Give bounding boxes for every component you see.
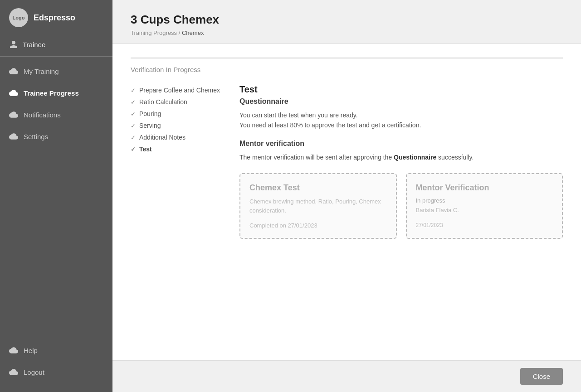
mentor-heading: Mentor verification (239, 140, 563, 148)
user-label: Trainee (23, 41, 45, 48)
sidebar-item-notifications[interactable]: Notifications (0, 104, 112, 126)
check-icon: ✓ (131, 99, 136, 106)
main-nav: My Training Trainee Progress Notificatio… (0, 57, 112, 339)
cloud-icon-settings (9, 132, 18, 141)
sidebar-item-my-training[interactable]: My Training (0, 60, 112, 82)
check-icon: ✓ (131, 122, 136, 129)
two-col-layout: ✓ Prepare Coffee and Chemex ✓ Ratio Calc… (131, 84, 563, 239)
sidebar-item-label-my-training: My Training (24, 68, 59, 75)
cards-row: Chemex Test Chemex brewing method, Ratio… (239, 173, 563, 239)
cloud-icon-my-training (9, 67, 18, 76)
breadcrumb-parent: Training Progress (131, 29, 177, 36)
page-title: 3 Cups Chemex (131, 13, 563, 27)
mentor-name: Barista Flavia C. (416, 206, 553, 215)
card-desc: Chemex brewing method, Ratio, Pouring, C… (249, 197, 387, 215)
logo-icon: Logo (9, 8, 28, 27)
check-icon: ✓ (131, 87, 136, 94)
list-item: ✓ Pouring (131, 108, 221, 120)
logo-area: Logo Edspresso (0, 0, 112, 35)
person-icon (9, 40, 18, 49)
cloud-icon-trainee-progress (9, 88, 18, 97)
mentor-verification-card: Mentor Verification In progress Barista … (406, 173, 563, 239)
cloud-icon-logout (9, 368, 18, 377)
check-icon: ✓ (131, 146, 136, 153)
close-button[interactable]: Close (520, 368, 563, 385)
right-panel: Test Questionnaire You can start the tes… (239, 84, 563, 239)
sidebar-item-label-settings: Settings (24, 133, 48, 140)
cloud-icon-help (9, 346, 18, 355)
sidebar-bottom: Help Logout (0, 339, 112, 392)
check-icon: ✓ (131, 134, 136, 141)
questionnaire-label: Questionnaire (239, 97, 563, 106)
sidebar-item-help[interactable]: Help (0, 339, 112, 361)
check-icon: ✓ (131, 111, 136, 117)
list-item-active: ✓ Test (131, 143, 221, 155)
list-item: ✓ Serving (131, 120, 221, 131)
cloud-icon-notifications (9, 110, 18, 119)
sidebar-item-settings[interactable]: Settings (0, 126, 112, 147)
list-item: ✓ Ratio Calculation (131, 96, 221, 108)
page-footer: Close (112, 360, 581, 392)
sidebar-item-label-logout: Logout (24, 368, 44, 376)
test-heading: Test (239, 84, 563, 95)
content-area: Verification In Progress ✓ Prepare Coffe… (112, 44, 581, 360)
card-status-label: In progress (416, 197, 553, 204)
sidebar: Logo Edspresso Trainee My Training Train… (0, 0, 112, 392)
checklist: ✓ Prepare Coffee and Chemex ✓ Ratio Calc… (131, 84, 221, 155)
sidebar-item-label-help: Help (24, 347, 38, 354)
section-status: Verification In Progress (131, 58, 563, 73)
list-item: ✓ Prepare Coffee and Chemex (131, 84, 221, 96)
breadcrumb-current: Chemex (182, 29, 204, 36)
card-date: 27/01/2023 (416, 222, 553, 228)
chemex-test-card: Chemex Test Chemex brewing method, Ratio… (239, 173, 397, 239)
user-area: Trainee (0, 35, 112, 57)
card-status: Completed on 27/01/2023 (249, 222, 387, 229)
breadcrumb: Training Progress / Chemex (131, 29, 563, 36)
list-item: ✓ Additional Notes (131, 131, 221, 143)
app-name: Edspresso (34, 13, 75, 23)
test-description: You can start the test when you are read… (239, 110, 563, 131)
main-area: 3 Cups Chemex Training Progress / Chemex… (112, 0, 581, 392)
card-title: Chemex Test (249, 183, 387, 193)
card-title: Mentor Verification (416, 183, 553, 193)
page-header: 3 Cups Chemex Training Progress / Chemex (112, 0, 581, 44)
sidebar-item-logout[interactable]: Logout (0, 361, 112, 383)
sidebar-item-trainee-progress[interactable]: Trainee Progress (0, 82, 112, 104)
sidebar-item-label-trainee-progress: Trainee Progress (24, 89, 79, 97)
mentor-description: The mentor verification will be sent aft… (239, 152, 563, 162)
sidebar-item-label-notifications: Notifications (24, 111, 61, 119)
